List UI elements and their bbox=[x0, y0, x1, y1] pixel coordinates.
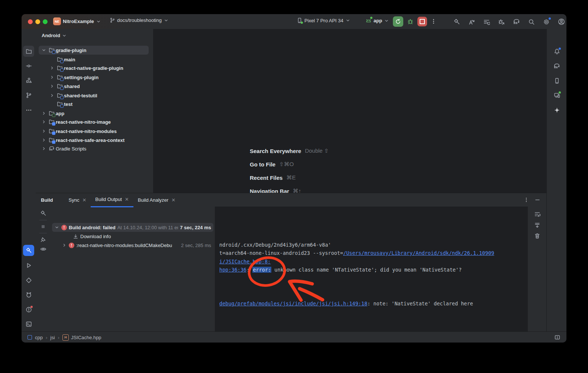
scroll-to-end-icon[interactable] bbox=[534, 222, 540, 228]
download-icon bbox=[73, 234, 78, 239]
chevron-right-icon bbox=[49, 75, 55, 80]
panel-options-kebab-icon[interactable] bbox=[523, 197, 529, 203]
branch-selector[interactable]: docs/troubleshooting bbox=[110, 17, 169, 23]
tree-item-test[interactable]: test bbox=[39, 100, 149, 108]
close-window-button[interactable] bbox=[28, 19, 33, 24]
tool-more[interactable] bbox=[23, 104, 34, 116]
settings-gear-icon[interactable] bbox=[543, 19, 550, 25]
rerun-button[interactable] bbox=[393, 16, 403, 27]
device-selector[interactable]: Pixel 7 Pro API 34 bbox=[297, 17, 350, 23]
titlebar: NE NitroExample docs/troubleshooting Pix… bbox=[22, 14, 566, 29]
tree-item-settings-plugin[interactable]: settings-plugin bbox=[39, 73, 149, 82]
tree-item-react-native-gradle-plugin[interactable]: react-native-gradle-plugin bbox=[39, 64, 149, 72]
chevron-right-icon bbox=[62, 243, 67, 248]
tree-item-app[interactable]: app bbox=[39, 109, 149, 118]
tree-item-gradle-scripts[interactable]: Gradle Scripts bbox=[39, 144, 149, 153]
build-node-download-info[interactable]: Download info bbox=[52, 232, 213, 241]
debug-button[interactable] bbox=[407, 18, 414, 25]
build-node-cmake-task[interactable]: ! :react-native-nitro-modules:buildCMake… bbox=[52, 241, 213, 250]
filter-eye-icon[interactable] bbox=[40, 246, 46, 252]
tree-item-main[interactable]: main bbox=[39, 55, 149, 64]
sync-list-icon[interactable] bbox=[483, 19, 490, 25]
tool-commit[interactable] bbox=[23, 60, 34, 71]
build-panel-header: Build Sync✕ Build Output✕ Build Analyzer… bbox=[36, 193, 546, 207]
run-options-menu[interactable] bbox=[430, 18, 437, 25]
close-icon[interactable]: ✕ bbox=[125, 197, 129, 202]
apply-changes-icon[interactable] bbox=[468, 19, 475, 25]
app-module-folder-icon bbox=[48, 110, 56, 116]
project-view-selector[interactable]: Android bbox=[42, 33, 67, 38]
console-line: t=aarch64-none-linux-android23 --sysroot… bbox=[219, 249, 494, 257]
search-icon[interactable] bbox=[528, 19, 535, 25]
chevron-down-icon bbox=[164, 18, 169, 23]
android-head-icon bbox=[365, 17, 372, 24]
editor-empty-state: Search Everywhere Double ⇧ Go to File ⇧⌘… bbox=[153, 29, 546, 193]
minimize-panel-icon[interactable] bbox=[534, 197, 540, 203]
file-link[interactable]: debug/prefab/modules/jsi/include/jsi/jsi… bbox=[219, 301, 367, 306]
breadcrumb-cpp[interactable]: cpp bbox=[35, 335, 43, 340]
build-panel-title: Build bbox=[41, 197, 53, 203]
project-name: NitroExample bbox=[63, 19, 94, 24]
build-output-console[interactable]: ndroid/.cxx/Debug/2nd4i3y6/arm64-v8a' t=… bbox=[215, 207, 528, 332]
tool-build[interactable] bbox=[23, 245, 34, 256]
build-hammer-icon[interactable] bbox=[453, 19, 460, 25]
tool-run[interactable] bbox=[23, 260, 34, 271]
commit-icon bbox=[26, 63, 32, 69]
error-keyword-highlight: error: bbox=[252, 267, 271, 273]
right-activity-bar bbox=[546, 29, 566, 331]
tree-item-react-native-safe-area-context[interactable]: react-native-safe-area-context bbox=[39, 136, 149, 145]
tree-item-shared-testutil[interactable]: shared-testutil bbox=[39, 91, 149, 100]
chevron-down-icon bbox=[41, 48, 46, 53]
tree-item-react-native-nitro-modules[interactable]: react-native-nitro-modules bbox=[39, 127, 149, 136]
file-link[interactable]: i/JSICache.hpp:8: bbox=[219, 259, 271, 265]
tree-item-gradle-plugin[interactable]: gradle-plugin bbox=[39, 46, 149, 55]
build-hammer-icon bbox=[26, 247, 32, 254]
tool-terminal[interactable] bbox=[23, 318, 34, 330]
build-root-node[interactable]: ! Build android: failed At 14.10.24, 12:… bbox=[52, 223, 213, 232]
file-link[interactable]: /Users/mrousavy/Library/Android/sdk/ndk/… bbox=[343, 250, 494, 256]
stop-build-icon[interactable] bbox=[40, 224, 46, 230]
shapes-icon bbox=[26, 77, 32, 84]
breadcrumb-jsi[interactable]: jsi bbox=[50, 335, 55, 340]
run-play-icon bbox=[26, 262, 32, 269]
gradle-sync-elephant-icon[interactable] bbox=[513, 18, 520, 25]
stop-button[interactable] bbox=[417, 17, 427, 26]
device-name: Pixel 7 Pro API 34 bbox=[304, 18, 343, 23]
run-config-selector[interactable]: app bbox=[365, 17, 389, 24]
breadcrumb-file[interactable]: JSICache.hpp bbox=[71, 335, 101, 340]
soft-wrap-icon[interactable] bbox=[534, 211, 540, 217]
tree-item-react-native-nitro-image[interactable]: react-native-nitro-image bbox=[39, 117, 149, 126]
apply-code-changes-bug-icon[interactable] bbox=[498, 19, 505, 25]
tool-project[interactable] bbox=[23, 46, 34, 57]
profile-icon[interactable] bbox=[558, 18, 565, 25]
event-log-icon[interactable] bbox=[554, 334, 560, 341]
minimize-window-button[interactable] bbox=[35, 19, 40, 24]
close-icon[interactable]: ✕ bbox=[171, 197, 175, 203]
tool-logcat[interactable] bbox=[23, 289, 34, 300]
project-selector[interactable]: NE NitroExample bbox=[53, 17, 101, 25]
tool-problems[interactable] bbox=[23, 304, 34, 315]
restart-build-hammer-icon[interactable] bbox=[40, 210, 46, 217]
tab-sync[interactable]: Sync✕ bbox=[64, 193, 91, 207]
tool-notifications[interactable] bbox=[551, 46, 562, 57]
chevron-right-icon: › bbox=[46, 335, 47, 340]
pin-icon[interactable] bbox=[40, 237, 46, 243]
tool-gradle[interactable] bbox=[551, 61, 562, 72]
module-folder-icon bbox=[56, 93, 64, 98]
tool-device-manager[interactable] bbox=[551, 75, 562, 86]
tab-build-output[interactable]: Build Output✕ bbox=[91, 193, 133, 207]
tree-item-shared[interactable]: shared bbox=[39, 82, 149, 91]
module-folder-icon bbox=[56, 101, 64, 107]
tool-vcs[interactable] bbox=[23, 90, 34, 101]
tool-app-quality-insights[interactable] bbox=[23, 275, 34, 286]
console-line: ndroid/.cxx/Debug/2nd4i3y6/arm64-v8a' bbox=[219, 241, 331, 249]
tool-resource-manager[interactable] bbox=[23, 75, 34, 86]
tool-running-devices[interactable] bbox=[551, 90, 562, 101]
left-activity-bar bbox=[22, 29, 36, 331]
tool-gemini[interactable] bbox=[551, 104, 562, 116]
clear-all-trash-icon[interactable] bbox=[534, 233, 540, 239]
zoom-window-button[interactable] bbox=[43, 19, 48, 24]
file-link[interactable]: hpp:36:36 bbox=[219, 267, 246, 273]
close-icon[interactable]: ✕ bbox=[82, 197, 86, 203]
tab-build-analyzer[interactable]: Build Analyzer✕ bbox=[133, 193, 180, 207]
